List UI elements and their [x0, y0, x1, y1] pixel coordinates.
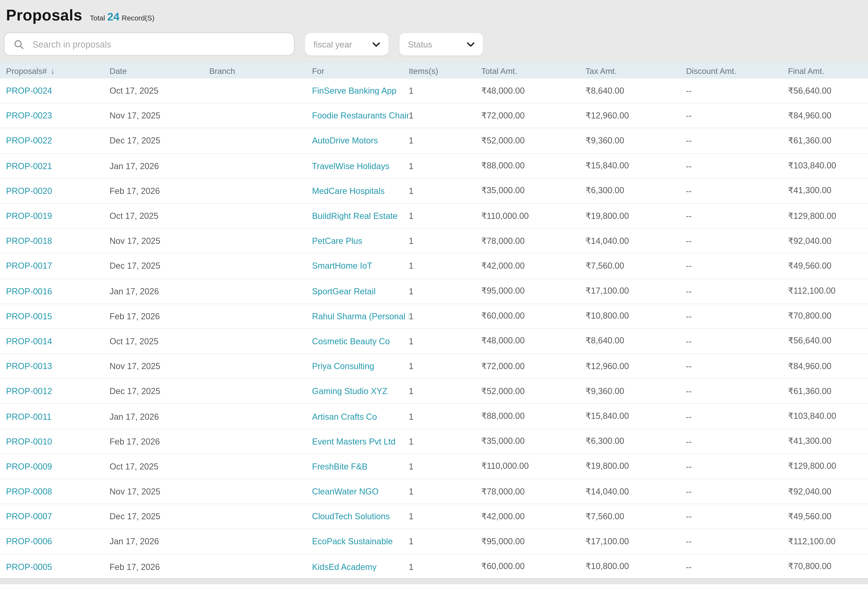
- column-header-label: Final Amt.: [788, 66, 824, 75]
- for-link[interactable]: Artisan Crafts Co: [312, 412, 377, 421]
- final-amt-cell: ₹61,360.00: [788, 136, 868, 146]
- tax-amt-cell: ₹7,560.00: [586, 261, 686, 271]
- proposal-link[interactable]: PROP-0009: [6, 462, 52, 471]
- fiscal-year-select[interactable]: fiscal year: [304, 32, 389, 56]
- table-row: PROP-0010Feb 17, 2026Event Masters Pvt L…: [0, 429, 868, 454]
- table-row: PROP-0013Nov 17, 2025Priya Consulting1₹7…: [0, 354, 868, 379]
- proposal-link[interactable]: PROP-0007: [6, 512, 52, 521]
- for-link[interactable]: CleanWater NGO: [312, 487, 378, 496]
- final-amt-cell: ₹84,960.00: [788, 111, 868, 121]
- items-cell: 1: [409, 362, 481, 371]
- proposal-link[interactable]: PROP-0015: [6, 312, 52, 321]
- for-link[interactable]: Cosmetic Beauty Co: [312, 337, 390, 346]
- proposal-link[interactable]: PROP-0020: [6, 186, 52, 195]
- final-amt-cell: ₹70,800.00: [788, 562, 868, 572]
- date-cell: Jan 17, 2026: [109, 161, 209, 170]
- proposal-link[interactable]: PROP-0018: [6, 236, 52, 246]
- sort-desc-icon[interactable]: ↓: [51, 66, 55, 75]
- items-cell: 1: [409, 512, 481, 521]
- table-row: PROP-0020Feb 17, 2026MedCare Hospitals1₹…: [0, 179, 868, 204]
- tax-amt-cell: ₹15,840.00: [586, 161, 686, 171]
- date-cell: Dec 17, 2025: [109, 262, 209, 271]
- for-link[interactable]: SportGear Retail: [312, 287, 375, 296]
- for-link[interactable]: MedCare Hospitals: [312, 186, 385, 195]
- discount-amt-cell: --: [686, 387, 788, 396]
- for-cell: Priya Consulting: [312, 362, 409, 371]
- proposal-cell: PROP-0011: [6, 412, 109, 421]
- table-row: PROP-0016Jan 17, 2026SportGear Retail1₹9…: [0, 279, 868, 304]
- items-cell: 1: [409, 86, 481, 95]
- column-header-label: Proposals#: [6, 66, 47, 75]
- column-header-for: For: [312, 66, 409, 75]
- date-cell: Dec 17, 2025: [109, 387, 209, 396]
- final-amt-cell: ₹112,100.00: [788, 537, 868, 546]
- column-header-label: Discount Amt.: [686, 66, 737, 75]
- total-amt-cell: ₹60,000.00: [481, 311, 586, 321]
- proposal-link[interactable]: PROP-0021: [6, 161, 52, 170]
- for-link[interactable]: Event Masters Pvt Ltd: [312, 437, 396, 446]
- proposal-link[interactable]: PROP-0024: [6, 86, 52, 95]
- chevron-down-icon: [372, 42, 380, 47]
- record-count-records-label: Record(S): [122, 13, 154, 22]
- proposal-link[interactable]: PROP-0008: [6, 487, 52, 496]
- for-link[interactable]: SmartHome IoT: [312, 262, 372, 271]
- table-row: PROP-0011Jan 17, 2026Artisan Crafts Co1₹…: [0, 404, 868, 429]
- proposal-link[interactable]: PROP-0017: [6, 262, 52, 271]
- proposal-link[interactable]: PROP-0013: [6, 362, 52, 371]
- status-select[interactable]: Status: [399, 32, 483, 56]
- date-cell: Jan 17, 2026: [109, 537, 209, 546]
- items-cell: 1: [409, 161, 481, 170]
- proposal-link[interactable]: PROP-0019: [6, 211, 52, 221]
- column-header-label: For: [312, 66, 324, 75]
- for-link[interactable]: FreshBite F&B: [312, 462, 368, 471]
- for-cell: KidsEd Academy: [312, 562, 409, 571]
- proposal-link[interactable]: PROP-0005: [6, 562, 52, 571]
- proposal-cell: PROP-0020: [6, 186, 109, 195]
- proposal-cell: PROP-0013: [6, 362, 109, 371]
- proposal-link[interactable]: PROP-0022: [6, 136, 52, 145]
- proposal-link[interactable]: PROP-0011: [6, 412, 52, 421]
- search-input[interactable]: [31, 38, 294, 50]
- total-amt-cell: ₹35,000.00: [481, 436, 586, 446]
- discount-amt-cell: --: [686, 412, 788, 421]
- table-row: PROP-0021Jan 17, 2026TravelWise Holidays…: [0, 154, 868, 179]
- proposal-link[interactable]: PROP-0016: [6, 287, 52, 296]
- proposal-link[interactable]: PROP-0010: [6, 437, 52, 446]
- total-amt-cell: ₹72,000.00: [481, 361, 586, 371]
- table-row: PROP-0007Dec 17, 2025CloudTech Solutions…: [0, 504, 868, 529]
- proposal-link[interactable]: PROP-0006: [6, 537, 52, 546]
- items-cell: 1: [409, 287, 481, 296]
- proposal-cell: PROP-0014: [6, 337, 109, 346]
- column-header-proposals[interactable]: Proposals#↓: [6, 66, 109, 75]
- tax-amt-cell: ₹8,640.00: [586, 86, 686, 96]
- proposal-cell: PROP-0023: [6, 111, 109, 120]
- for-link[interactable]: EcoPack Sustainable: [312, 537, 393, 546]
- for-cell: EcoPack Sustainable: [312, 537, 409, 546]
- for-link[interactable]: Gaming Studio XYZ: [312, 387, 387, 396]
- total-amt-cell: ₹78,000.00: [481, 486, 586, 496]
- for-link[interactable]: KidsEd Academy: [312, 562, 376, 571]
- proposal-cell: PROP-0005: [6, 562, 109, 571]
- final-amt-cell: ₹49,560.00: [788, 512, 868, 521]
- final-amt-cell: ₹49,560.00: [788, 261, 868, 271]
- for-link[interactable]: Foodie Restaurants Chain: [312, 111, 409, 120]
- proposal-link[interactable]: PROP-0023: [6, 111, 52, 120]
- tax-amt-cell: ₹7,560.00: [586, 512, 686, 521]
- for-link[interactable]: PetCare Plus: [312, 236, 362, 246]
- total-amt-cell: ₹52,000.00: [481, 136, 586, 146]
- for-link[interactable]: AutoDrive Motors: [312, 136, 378, 145]
- for-cell: AutoDrive Motors: [312, 136, 409, 145]
- for-link[interactable]: Priya Consulting: [312, 362, 374, 371]
- for-link[interactable]: CloudTech Solutions: [312, 512, 390, 521]
- proposal-link[interactable]: PROP-0012: [6, 387, 52, 396]
- proposal-cell: PROP-0018: [6, 236, 109, 246]
- proposal-link[interactable]: PROP-0014: [6, 337, 52, 346]
- discount-amt-cell: --: [686, 437, 788, 446]
- for-link[interactable]: BuildRight Real Estate: [312, 211, 397, 221]
- for-link[interactable]: TravelWise Holidays: [312, 161, 390, 170]
- horizontal-scrollbar[interactable]: [0, 578, 868, 584]
- for-cell: MedCare Hospitals: [312, 186, 409, 195]
- for-link[interactable]: Rahul Sharma (Personal Brand): [312, 312, 409, 321]
- for-link[interactable]: FinServe Banking App: [312, 86, 397, 95]
- items-cell: 1: [409, 111, 481, 120]
